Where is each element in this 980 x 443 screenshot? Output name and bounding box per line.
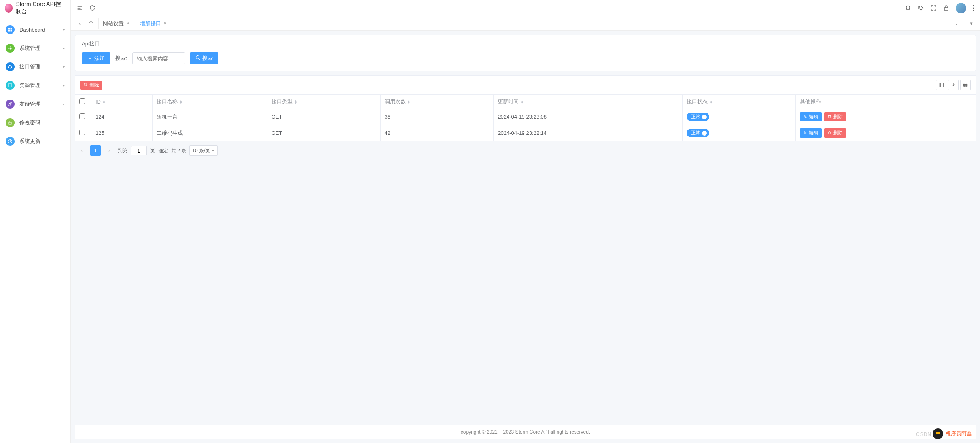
cell-status: 正常 bbox=[683, 109, 796, 125]
goto-page-input[interactable] bbox=[131, 146, 147, 155]
chevron-down-icon: ▾ bbox=[63, 83, 65, 88]
per-page-select[interactable]: 10 条/页 bbox=[189, 145, 218, 156]
tabs-bar: ‹ 网站设置 ✕ 增加接口 ✕ › ▾ bbox=[71, 16, 980, 31]
tabs-next-icon[interactable]: › bbox=[951, 20, 962, 26]
sort-icon: ▲▼ bbox=[520, 100, 524, 104]
export-icon[interactable] bbox=[948, 80, 959, 90]
sort-icon: ▲▼ bbox=[294, 100, 297, 104]
sidebar-item-label: 接口管理 bbox=[19, 63, 63, 70]
lock-icon bbox=[6, 118, 15, 127]
refresh-icon[interactable] bbox=[89, 5, 95, 11]
edit-label: 编辑 bbox=[809, 130, 819, 136]
col-calls[interactable]: 调用次数▲▼ bbox=[380, 95, 494, 109]
search-label: 搜索: bbox=[115, 55, 127, 62]
edit-button[interactable]: ✎编辑 bbox=[800, 112, 822, 121]
more-icon[interactable] bbox=[973, 5, 974, 11]
chevron-down-icon: ▾ bbox=[63, 65, 65, 69]
svg-rect-0 bbox=[8, 28, 10, 30]
col-name-label: 接口名称 bbox=[157, 98, 178, 104]
search-button-label: 搜索 bbox=[202, 55, 213, 62]
page-unit-label: 页 bbox=[150, 147, 155, 154]
row-checkbox[interactable] bbox=[79, 130, 85, 135]
sidebar-item-dashboard[interactable]: Dashboard ▾ bbox=[0, 20, 70, 39]
plus-icon: ＋ bbox=[87, 55, 93, 62]
col-updated-label: 更新时间 bbox=[498, 98, 519, 104]
author-watermark: 程序员阿鑫 bbox=[933, 428, 972, 439]
dashboard-icon bbox=[6, 25, 15, 34]
tabs-prev-icon[interactable]: ‹ bbox=[74, 20, 85, 26]
col-id[interactable]: ID▲▼ bbox=[91, 95, 153, 109]
select-all-checkbox[interactable] bbox=[79, 98, 85, 104]
delete-button[interactable]: 删除 bbox=[824, 112, 846, 121]
tab-label: 网站设置 bbox=[103, 20, 124, 27]
search-button[interactable]: 搜索 bbox=[190, 52, 218, 64]
sidebar-item-resource[interactable]: 资源管理 ▾ bbox=[0, 76, 70, 95]
collapse-sidebar-icon[interactable] bbox=[76, 5, 83, 11]
cell-status: 正常 bbox=[683, 125, 796, 141]
tabs-dropdown-icon[interactable]: ▾ bbox=[965, 20, 977, 26]
sort-icon: ▲▼ bbox=[102, 100, 106, 104]
col-updated[interactable]: 更新时间▲▼ bbox=[494, 95, 683, 109]
sidebar-item-label: 修改密码 bbox=[19, 119, 65, 126]
csdn-watermark: CSDN bbox=[916, 432, 931, 437]
goto-confirm-button[interactable]: 确定 bbox=[158, 147, 168, 154]
bulk-delete-button[interactable]: 删除 bbox=[80, 81, 102, 90]
main-area: ‹ 网站设置 ✕ 增加接口 ✕ › ▾ Api接口 ＋ 添加 bbox=[71, 0, 980, 443]
fullscreen-icon[interactable] bbox=[931, 5, 937, 11]
delete-label: 删除 bbox=[833, 113, 843, 120]
trash-icon bbox=[83, 82, 88, 88]
bulk-delete-label: 删除 bbox=[89, 82, 99, 89]
add-button[interactable]: ＋ 添加 bbox=[82, 52, 110, 64]
sidebar-item-password[interactable]: 修改密码 bbox=[0, 113, 70, 132]
content: Api接口 ＋ 添加 搜索: 搜索 删除 bbox=[71, 31, 980, 443]
svg-point-5 bbox=[8, 65, 12, 68]
pencil-icon: ✎ bbox=[803, 130, 807, 136]
edit-button[interactable]: ✎编辑 bbox=[800, 128, 822, 138]
delete-button[interactable]: 删除 bbox=[824, 128, 846, 138]
sidebar-item-api[interactable]: 接口管理 ▾ bbox=[0, 58, 70, 76]
cell-ops: ✎编辑 删除 bbox=[796, 125, 976, 141]
chevron-down-icon: ▾ bbox=[63, 28, 65, 32]
columns-icon[interactable] bbox=[936, 80, 946, 90]
svg-rect-6 bbox=[8, 84, 12, 87]
sort-icon: ▲▼ bbox=[179, 100, 182, 104]
col-name[interactable]: 接口名称▲▼ bbox=[153, 95, 267, 109]
col-status[interactable]: 接口状态▲▼ bbox=[683, 95, 796, 109]
col-type[interactable]: 接口类型▲▼ bbox=[267, 95, 380, 109]
theme-icon[interactable] bbox=[905, 5, 911, 11]
tab-site-settings[interactable]: 网站设置 ✕ bbox=[98, 18, 134, 29]
lock-screen-icon[interactable] bbox=[943, 5, 949, 11]
sidebar-menu: Dashboard ▾ 系统管理 ▾ 接口管理 ▾ 资源管理 ▾ 友链管理 bbox=[0, 16, 70, 443]
sidebar-item-label: 友链管理 bbox=[19, 100, 63, 108]
print-icon[interactable] bbox=[960, 80, 971, 90]
row-checkbox[interactable] bbox=[79, 113, 85, 119]
status-toggle[interactable]: 正常 bbox=[687, 129, 709, 137]
tag-icon[interactable] bbox=[918, 5, 924, 11]
logo-area: Storm Core API控制台 bbox=[0, 0, 70, 16]
user-avatar[interactable] bbox=[956, 3, 966, 13]
pagination: ‹ 1 › 到第 页 确定 共 2 条 10 条/页 bbox=[75, 141, 976, 160]
page-next-button[interactable]: › bbox=[104, 145, 115, 156]
col-ops: 其他操作 bbox=[796, 95, 976, 109]
tab-add-api[interactable]: 增加接口 ✕ bbox=[136, 18, 171, 29]
svg-rect-7 bbox=[9, 122, 11, 124]
cell-updated: 2024-04-19 23:23:08 bbox=[494, 109, 683, 125]
sidebar-item-system[interactable]: 系统管理 ▾ bbox=[0, 39, 70, 58]
status-toggle[interactable]: 正常 bbox=[687, 113, 709, 121]
close-icon[interactable]: ✕ bbox=[126, 21, 129, 26]
sidebar-item-label: Dashboard bbox=[19, 27, 63, 33]
cell-updated: 2024-04-19 23:22:14 bbox=[494, 125, 683, 141]
page-number-current[interactable]: 1 bbox=[90, 145, 101, 156]
author-name: 程序员阿鑫 bbox=[946, 430, 972, 437]
delete-label: 删除 bbox=[833, 130, 843, 136]
page-prev-button[interactable]: ‹ bbox=[76, 145, 87, 156]
cell-ops: ✎编辑 删除 bbox=[796, 109, 976, 125]
home-tab-icon[interactable] bbox=[85, 18, 97, 29]
search-input[interactable] bbox=[132, 52, 185, 64]
sidebar-item-update[interactable]: 系统更新 bbox=[0, 132, 70, 151]
topbar bbox=[71, 0, 980, 16]
close-icon[interactable]: ✕ bbox=[163, 21, 167, 26]
sort-icon: ▲▼ bbox=[407, 100, 411, 104]
sidebar-item-links[interactable]: 友链管理 ▾ bbox=[0, 95, 70, 113]
resource-icon bbox=[6, 81, 15, 90]
